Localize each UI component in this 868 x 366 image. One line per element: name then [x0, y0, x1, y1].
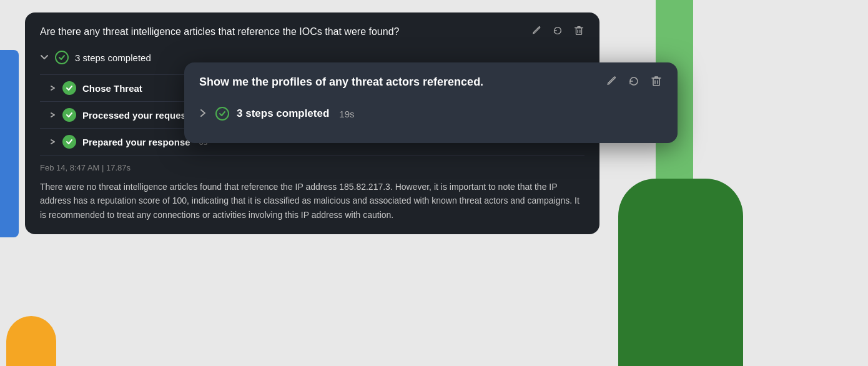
popup-delete-button[interactable]	[650, 75, 663, 89]
popup-card-title: Show me the profiles of any threat actor…	[199, 76, 483, 89]
substep-2-label: Processed your request	[82, 110, 189, 121]
main-card-icons	[531, 25, 584, 38]
popup-card-icons	[605, 75, 663, 89]
popup-refresh-button[interactable]	[628, 75, 640, 89]
popup-steps-time: 19s	[339, 109, 354, 119]
substep-1-check-icon	[62, 81, 76, 95]
bg-green-dark-shape	[618, 179, 743, 366]
popup-card-header: Show me the profiles of any threat actor…	[199, 75, 663, 89]
delete-button[interactable]	[573, 25, 584, 38]
svg-rect-0	[576, 28, 582, 35]
popup-steps-label: 3 steps completed	[237, 107, 329, 120]
main-card-header: Are there any threat intelligence articl…	[40, 25, 584, 38]
steps-label: 3 steps completed	[75, 52, 151, 63]
popup-edit-button[interactable]	[605, 75, 618, 89]
popup-card: Show me the profiles of any threat actor…	[184, 62, 678, 143]
svg-rect-3	[653, 78, 659, 86]
expand-substep-2-button[interactable]	[50, 112, 56, 118]
refresh-button[interactable]	[552, 25, 563, 38]
expand-substep-1-button[interactable]	[50, 85, 56, 91]
popup-steps-check-icon	[215, 107, 229, 121]
bg-orange-shape	[6, 316, 56, 366]
main-card-title: Are there any threat intelligence articl…	[40, 26, 399, 37]
expand-steps-button[interactable]	[40, 53, 49, 62]
popup-steps-row: 3 steps completed 19s	[199, 102, 663, 126]
steps-check-icon	[55, 51, 69, 64]
bg-blue-bar	[0, 50, 19, 237]
popup-expand-button[interactable]	[199, 109, 208, 119]
substep-1-label: Chose Threat	[82, 83, 142, 94]
response-text: There were no threat intelligence articl…	[40, 177, 584, 222]
substep-2-check-icon	[62, 108, 76, 122]
timestamp: Feb 14, 8:47 AM | 17.87s	[40, 155, 584, 177]
edit-button[interactable]	[531, 25, 542, 38]
substep-3-label: Prepared your response	[82, 137, 190, 147]
substep-3-check-icon	[62, 135, 76, 149]
expand-substep-3-button[interactable]	[50, 139, 56, 145]
